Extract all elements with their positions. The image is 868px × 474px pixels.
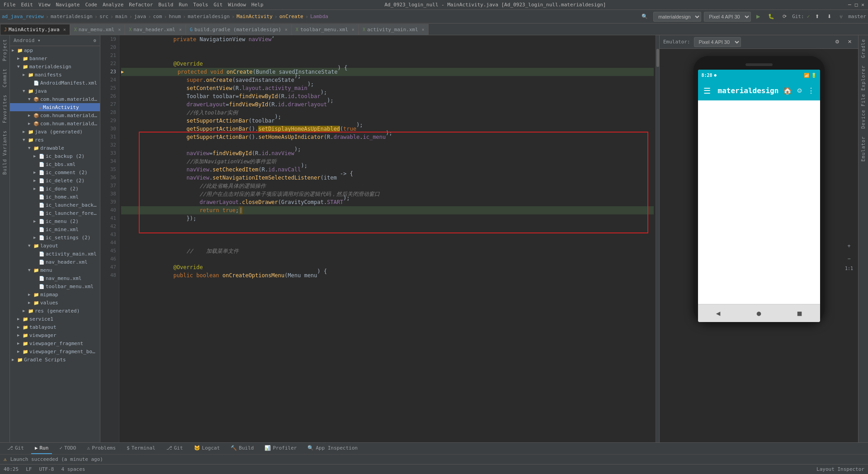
menu-git[interactable]: Git xyxy=(213,2,222,8)
todo-tab[interactable]: ✓ TODO xyxy=(56,443,80,454)
file-tab-close[interactable]: × xyxy=(118,27,121,32)
app-inspection-tab[interactable]: 🔍 App Inspection xyxy=(304,443,361,454)
file-tab-close[interactable]: × xyxy=(285,27,288,32)
tree-item-ic-delete[interactable]: ▶ 📄 ic_delete (2) xyxy=(10,176,100,185)
tree-item-activity-main-xml[interactable]: 📄 activity_main.xml xyxy=(10,250,100,258)
emulator-settings-btn[interactable]: ⚙ xyxy=(832,37,842,47)
tree-item-viewpager[interactable]: ▶ 📁 viewpager xyxy=(10,331,100,339)
mainactivity-breadcrumb[interactable]: MainActivity xyxy=(236,14,272,19)
tree-item-toolbar-menu-xml[interactable]: 📄 toolbar_menu.xml xyxy=(10,282,100,290)
file-tab-toolbar-menu[interactable]: X toolbar_menu.xml × xyxy=(292,24,359,35)
file-tab-close[interactable]: × xyxy=(63,27,66,32)
menu-refactor[interactable]: Refactor xyxy=(129,2,153,8)
menu-file[interactable]: File xyxy=(4,2,16,8)
tree-item-nav-header-xml[interactable]: 📄 nav_header.xml xyxy=(10,258,100,266)
tree-item-ic-bbs[interactable]: 📄 ic_bbs.xml xyxy=(10,160,100,168)
editor-scrollbar[interactable] xyxy=(656,35,659,442)
tree-item-banner[interactable]: ▶ 📁 banner xyxy=(10,54,100,62)
tree-item-ic-done[interactable]: ▶ 📄 ic_done (2) xyxy=(10,185,100,193)
build-variants-icon[interactable]: Build Variants xyxy=(2,130,7,175)
tree-item-java[interactable]: ▼ 📁 java xyxy=(10,87,100,95)
gradle-icon[interactable]: Gradle xyxy=(861,39,866,58)
logcat-tab[interactable]: 🐱 Logcat xyxy=(190,443,224,454)
tree-item-package1[interactable]: ▼ 📦 com.hnum.materialdesign xyxy=(10,95,100,103)
git-pull-btn[interactable]: ⬇ xyxy=(825,12,834,22)
tree-item-package3[interactable]: ▶ 📦 com.hnum.materialdesign xyxy=(10,119,100,128)
device-select[interactable]: Pixel 4 API 30 xyxy=(704,12,751,22)
device-file-explorer-icon[interactable]: Device File Explorer xyxy=(861,65,866,128)
project-icon[interactable]: Project xyxy=(2,39,7,61)
menu-view[interactable]: View xyxy=(38,2,51,8)
favorites-icon[interactable]: Favorites xyxy=(2,95,7,123)
tree-item-app[interactable]: ▶ 📁 app xyxy=(10,46,100,54)
search-everywhere-btn[interactable]: 🔍 xyxy=(639,12,651,22)
tree-item-service1[interactable]: ▶ 📁 service1 xyxy=(10,315,100,323)
menu-build[interactable]: Build xyxy=(158,2,173,8)
tree-item-ic-comment[interactable]: ▶ 📄 ic_comment (2) xyxy=(10,168,100,176)
nav-back-btn[interactable]: ◀ xyxy=(716,309,721,318)
tree-item-materialdesign[interactable]: ▼ 📁 materialdesign xyxy=(10,62,100,71)
layout-inspector-btn[interactable]: Layout Inspector xyxy=(816,466,864,472)
tree-item-values[interactable]: ▶ 📁 values xyxy=(10,299,100,307)
tree-item-ic-launcher-fg[interactable]: 📄 ic_launcher_foregroun... xyxy=(10,209,100,217)
run-btn[interactable]: ▶ xyxy=(754,12,763,22)
terminal-tab[interactable]: $ Terminal xyxy=(123,443,159,454)
code-editor[interactable]: private NavigationView navView; @Overrid… xyxy=(119,35,656,442)
zoom-out-btn[interactable]: − xyxy=(844,253,854,264)
oncreate-breadcrumb[interactable]: onCreate xyxy=(279,14,303,19)
nav-recent-btn[interactable]: ■ xyxy=(797,309,802,318)
sidebar-settings-icon[interactable]: ⚙ xyxy=(94,38,96,43)
tree-item-java-generated[interactable]: ▶ 📁 java (generated) xyxy=(10,128,100,136)
emulator-close-btn[interactable]: ✕ xyxy=(845,37,854,47)
debug-btn[interactable]: 🐛 xyxy=(765,12,777,22)
tree-item-res[interactable]: ▼ 📁 res xyxy=(10,136,100,144)
menu-window[interactable]: Window xyxy=(228,2,246,8)
close-button[interactable]: ✕ xyxy=(861,2,864,8)
file-tab-close[interactable]: × xyxy=(422,27,425,32)
android-dropdown[interactable]: Android ▾ xyxy=(14,38,41,43)
tree-item-ic-backup[interactable]: ▶ 📄 ic_backup (2) xyxy=(10,152,100,160)
file-tab-mainactivity[interactable]: J MainActivity.java × xyxy=(0,24,70,35)
build-tab[interactable]: 🔨 Build xyxy=(227,443,257,454)
git-tab2[interactable]: ⎇ Git xyxy=(163,443,187,454)
tree-item-gradle-scripts[interactable]: ▶ 📁 Gradle Scripts xyxy=(10,356,100,364)
tree-item-drawable[interactable]: ▼ 📁 drawable xyxy=(10,144,100,152)
git-tab[interactable]: ⎇ Git xyxy=(4,443,28,454)
commit-icon[interactable]: Commit xyxy=(2,68,7,87)
maximize-button[interactable]: □ xyxy=(855,2,858,8)
file-tab-activity-main[interactable]: X activity_main.xml × xyxy=(359,24,429,35)
menu-navigate[interactable]: Navigate xyxy=(56,2,80,8)
menu-edit[interactable]: Edit xyxy=(21,2,33,8)
file-tab-close[interactable]: × xyxy=(352,27,354,32)
profiler-tab[interactable]: 📊 Profiler xyxy=(261,443,300,454)
tree-item-ic-mine[interactable]: 📄 ic_mine.xml xyxy=(10,225,100,233)
project-name[interactable]: ad_java_review xyxy=(2,14,44,19)
run-config-select[interactable]: materialdesign xyxy=(653,12,701,22)
file-tab-close[interactable]: × xyxy=(179,27,182,32)
file-tab-nav-header[interactable]: X nav_header.xml × xyxy=(125,24,186,35)
zoom-in-btn[interactable]: + xyxy=(844,241,854,251)
git-push-btn[interactable]: ⬆ xyxy=(812,12,822,22)
tree-item-viewpager-fragment-bottom[interactable]: ▶ 📁 viewpager_fragment_bottomna... xyxy=(10,347,100,356)
file-tab-build-gradle[interactable]: G build.gradle (materialdesign) × xyxy=(186,24,292,35)
menu-run[interactable]: Run xyxy=(179,2,188,8)
tree-item-androidmanifest[interactable]: 📄 AndroidManifest.xml xyxy=(10,79,100,87)
menu-help[interactable]: Help xyxy=(251,2,264,8)
tree-item-mipmap[interactable]: ▶ 📁 mipmap xyxy=(10,290,100,299)
tree-item-viewpager-fragment[interactable]: ▶ 📁 viewpager_fragment xyxy=(10,339,100,347)
nav-home-btn[interactable]: ● xyxy=(757,309,761,318)
run-tab[interactable]: ▶ Run xyxy=(31,443,52,454)
minimize-button[interactable]: ─ xyxy=(848,2,851,8)
tree-item-ic-settings[interactable]: ▶ 📄 ic_settings (2) xyxy=(10,233,100,242)
git-merge-btn[interactable]: ⑂ xyxy=(837,12,845,22)
file-tab-nav-menu[interactable]: X nav_menu.xml × xyxy=(70,24,125,35)
menu-code[interactable]: Code xyxy=(85,2,97,8)
tree-item-layout[interactable]: ▼ 📁 layout xyxy=(10,242,100,250)
tree-item-manifests[interactable]: ▶ 📁 manifests xyxy=(10,71,100,79)
tree-item-menu[interactable]: ▼ 📁 menu xyxy=(10,266,100,274)
tree-item-mainactivity[interactable]: ☕ MainActivity xyxy=(10,103,100,111)
tree-item-tablayout[interactable]: ▶ 📁 tablayout xyxy=(10,323,100,331)
tree-item-nav-menu-xml[interactable]: 📄 nav_menu.xml xyxy=(10,274,100,282)
lambda-breadcrumb[interactable]: Lambda xyxy=(310,14,328,19)
menu-tools[interactable]: Tools xyxy=(193,2,208,8)
